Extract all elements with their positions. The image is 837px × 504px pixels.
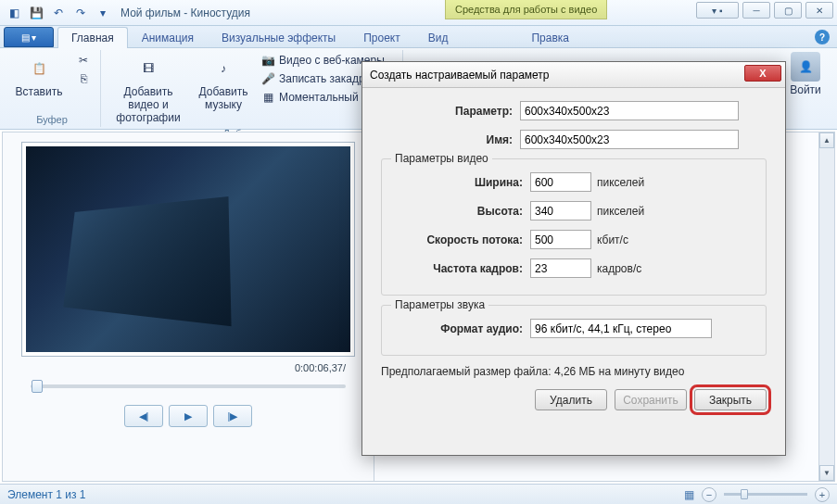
- audio-params-group: Параметры звука Формат аудио: 96 кбит/с,…: [381, 305, 767, 356]
- titlebar: ◧ 💾 ↶ ↷ ▾ Мой фильм - Киностудия Средств…: [0, 0, 837, 26]
- app-menu-icon[interactable]: ◧: [4, 3, 24, 23]
- status-element-count: Элемент 1 из 1: [7, 488, 86, 501]
- zoom-slider[interactable]: [724, 493, 807, 496]
- next-frame-button[interactable]: |▶: [213, 405, 252, 427]
- audio-format-select[interactable]: 96 кбит/с, 44,1 кГц, стерео: [530, 319, 712, 338]
- param-label: Параметр:: [381, 105, 520, 118]
- bitrate-label: Скорость потока:: [391, 233, 530, 246]
- param-select[interactable]: 600x340x500x23: [520, 101, 739, 120]
- width-label: Ширина:: [391, 176, 530, 189]
- play-button[interactable]: ▶: [169, 405, 208, 427]
- add-media-button[interactable]: 🎞 Добавить видео и фотографии: [107, 52, 190, 126]
- dialog-title: Создать настраиваемый параметр: [370, 69, 550, 82]
- estimated-size: Предполагаемый размер файла: 4,26 МБ на …: [381, 365, 767, 378]
- login-button[interactable]: 👤 Войти: [785, 52, 826, 96]
- prev-frame-button[interactable]: ◀|: [124, 405, 163, 427]
- tab-effects[interactable]: Визуальные эффекты: [208, 27, 349, 48]
- help-icon[interactable]: ?: [815, 30, 830, 44]
- group-buffer-label: Буфер: [36, 114, 68, 125]
- contextual-tab-label: Средства для работы с видео: [445, 0, 607, 19]
- seek-slider[interactable]: [31, 384, 346, 388]
- height-input[interactable]: [530, 201, 591, 220]
- height-label: Высота:: [391, 205, 530, 218]
- quick-access-toolbar: ◧ 💾 ↶ ↷ ▾: [4, 3, 113, 23]
- scissors-icon: ✂: [76, 53, 91, 68]
- width-unit: пикселей: [597, 176, 644, 189]
- ribbon-tabs: ▤ ▾ Главная Анимация Визуальные эффекты …: [0, 26, 837, 48]
- tab-project[interactable]: Проект: [349, 27, 414, 48]
- video-params-group: Параметры видео Ширина: пикселей Высота:…: [381, 158, 767, 296]
- window-title: Мой фильм - Киностудия: [120, 6, 250, 19]
- music-icon: ♪: [209, 54, 238, 83]
- paste-button[interactable]: 📋 Вставить: [9, 52, 69, 100]
- tab-animation[interactable]: Анимация: [128, 27, 208, 48]
- vertical-scrollbar[interactable]: ▲ ▼: [818, 132, 834, 481]
- bitrate-input[interactable]: [530, 230, 591, 249]
- width-input[interactable]: [530, 172, 591, 192]
- dialog-titlebar[interactable]: Создать настраиваемый параметр X: [362, 62, 785, 88]
- scroll-down-icon[interactable]: ▼: [819, 465, 834, 481]
- redo-icon[interactable]: ↷: [70, 3, 91, 23]
- fps-unit: кадров/с: [597, 262, 641, 275]
- tab-view[interactable]: Вид: [414, 27, 463, 48]
- audio-label: Формат аудио:: [391, 322, 530, 335]
- seek-thumb[interactable]: [32, 380, 43, 393]
- video-legend: Параметры видео: [391, 152, 492, 165]
- video-preview[interactable]: [26, 146, 350, 352]
- save-icon[interactable]: 💾: [26, 3, 46, 23]
- fps-input[interactable]: [530, 258, 591, 278]
- undo-icon[interactable]: ↶: [48, 3, 69, 23]
- zoom-in-button[interactable]: +: [815, 487, 830, 502]
- minimize-button[interactable]: ─: [742, 2, 770, 19]
- clipboard-icon: 📋: [24, 54, 54, 83]
- view-thumbnails-icon[interactable]: ▦: [684, 488, 694, 501]
- maximize-button[interactable]: ▢: [774, 2, 802, 19]
- save-button: Сохранить: [615, 389, 687, 410]
- custom-param-dialog: Создать настраиваемый параметр X Парамет…: [361, 61, 786, 456]
- preview-frame: [21, 142, 355, 357]
- name-input[interactable]: [520, 130, 739, 149]
- add-music-button[interactable]: ♪ Добавить музыку: [194, 52, 253, 113]
- delete-button[interactable]: Удалить: [535, 389, 607, 410]
- name-label: Имя:: [381, 133, 520, 146]
- copy-button[interactable]: ⎘: [72, 70, 95, 87]
- bitrate-unit: кбит/с: [597, 233, 628, 246]
- fps-label: Частота кадров:: [391, 262, 530, 275]
- qat-dropdown-icon[interactable]: ▾: [93, 3, 113, 23]
- close-window-button[interactable]: ✕: [805, 2, 833, 19]
- timecode: 0:00:06,37/: [295, 362, 346, 373]
- close-button[interactable]: Закрыть: [694, 389, 767, 410]
- mic-icon: 🎤: [260, 71, 275, 86]
- film-icon: 🎞: [133, 54, 163, 83]
- cut-button[interactable]: ✂: [72, 52, 95, 69]
- scroll-up-icon[interactable]: ▲: [819, 132, 834, 148]
- height-unit: пикселей: [597, 205, 644, 218]
- audio-legend: Параметры звука: [391, 298, 488, 311]
- dialog-close-button[interactable]: X: [744, 65, 781, 82]
- webcam-icon: 📷: [260, 53, 275, 68]
- camera-icon: ▦: [260, 90, 275, 105]
- file-menu-button[interactable]: ▤ ▾: [4, 27, 54, 47]
- zoom-thumb[interactable]: [741, 489, 748, 499]
- user-icon: 👤: [791, 52, 820, 82]
- tab-edit[interactable]: Правка: [517, 27, 583, 48]
- preview-pane: 0:00:06,37/ ◀| ▶ |▶: [3, 132, 374, 481]
- ribbon-minimize-icon[interactable]: ▾ ▪: [696, 2, 739, 19]
- zoom-out-button[interactable]: −: [702, 487, 717, 502]
- status-bar: Элемент 1 из 1 ▦ − +: [0, 484, 837, 504]
- copy-icon: ⎘: [76, 71, 91, 86]
- tab-main[interactable]: Главная: [57, 27, 128, 48]
